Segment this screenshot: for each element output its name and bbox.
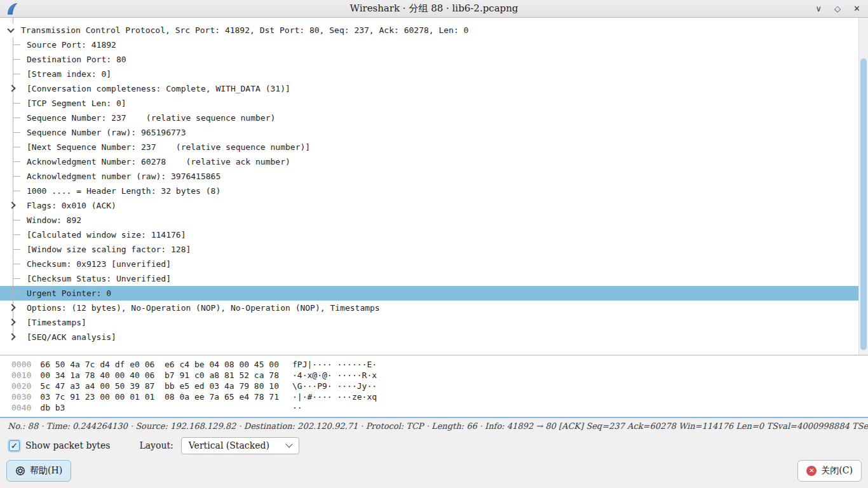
layout-dropdown[interactable]: Vertical (Stacked)	[181, 437, 299, 454]
hex-bytes: 00 34 1a 78 40 00 40 06 b7 91 c0 a8 81 5…	[40, 370, 279, 381]
tree-connector	[13, 147, 20, 147]
chevron-right-icon[interactable]	[8, 201, 15, 208]
minimize-icon[interactable]: ∨	[816, 0, 822, 18]
tree-row[interactable]: Urgent Pointer: 0	[0, 286, 858, 301]
window-controls: ∨ ◇ ✕	[816, 0, 860, 18]
tree-row-label: [Checksum Status: Unverified]	[27, 274, 171, 283]
title-bar: Wireshark · 分组 88 · lib6-2.pcapng ∨ ◇ ✕	[0, 0, 868, 18]
tree-row-label: Window: 892	[27, 215, 81, 225]
tree-connector	[13, 103, 20, 104]
close-window-icon[interactable]: ✕	[853, 0, 860, 18]
tree-row-label: [Window size scaling factor: 128]	[27, 245, 191, 254]
tree-row[interactable]: Acknowledgment Number: 60278 (relative a…	[0, 154, 858, 169]
tree-connector	[13, 176, 20, 177]
tree-connector	[13, 59, 20, 60]
layout-label: Layout:	[139, 440, 173, 451]
tree-connector	[13, 74, 20, 74]
chevron-right-icon[interactable]	[8, 85, 15, 92]
tree-row[interactable]: Source Port: 41892	[0, 37, 858, 52]
tree-row-label: [Calculated window size: 114176]	[27, 230, 186, 240]
close-button-label: 关闭(C)	[821, 465, 853, 477]
hex-row[interactable]: 0040db b3··	[0, 402, 868, 413]
tree-connector	[13, 132, 20, 133]
tree-row[interactable]: [Next Sequence Number: 237 (relative seq…	[0, 140, 858, 154]
packet-detail-tree: Transmission Control Protocol, Src Port:…	[0, 18, 858, 344]
close-dialog-button[interactable]: ✕ 关闭(C)	[797, 460, 862, 482]
packet-summary-line: No.: 88 · Time: 0.244264130 · Source: 19…	[0, 418, 868, 434]
dialog-controls: ✓ Show packet bytes Layout: Vertical (St…	[0, 434, 868, 457]
hex-row[interactable]: 000066 50 4a 7c d4 df e0 06 e6 c4 be 04 …	[0, 359, 868, 370]
tree-row[interactable]: Sequence Number (raw): 965196773	[0, 125, 858, 140]
hex-offset: 0020	[11, 381, 31, 391]
tree-row-label: [Conversation completeness: Complete, WI…	[27, 84, 290, 93]
scrollbar-thumb[interactable]	[860, 58, 867, 350]
maximize-icon[interactable]: ◇	[834, 0, 841, 18]
tree-row-label: [TCP Segment Len: 0]	[27, 98, 126, 108]
packet-detail-pane: Transmission Control Protocol, Src Port:…	[0, 18, 868, 355]
tree-connector	[13, 293, 20, 294]
hex-row[interactable]: 00205c 47 a3 a4 00 50 39 87 bb e5 ed 03 …	[0, 381, 868, 391]
tree-row[interactable]: Options: (12 bytes), No-Operation (NOP),…	[0, 301, 858, 315]
tree-row[interactable]: Flags: 0x010 (ACK)	[0, 198, 858, 213]
help-lifebuoy-icon	[15, 466, 25, 476]
hex-ascii: ·|·#···· ···ze·xq	[292, 391, 377, 402]
tree-row-label: Options: (12 bytes), No-Operation (NOP),…	[27, 303, 380, 313]
tree-row[interactable]: Transmission Control Protocol, Src Port:…	[0, 23, 858, 37]
tree-connector	[13, 278, 20, 279]
tree-row[interactable]: [Conversation completeness: Complete, WI…	[0, 81, 858, 96]
show-packet-bytes-label[interactable]: Show packet bytes	[25, 440, 110, 451]
tree-connector	[13, 249, 20, 250]
hex-bytes: db b3	[40, 402, 65, 413]
tree-row[interactable]: Window: 892	[0, 213, 858, 227]
layout-dropdown-value: Vertical (Stacked)	[189, 440, 269, 451]
hex-row[interactable]: 001000 34 1a 78 40 00 40 06 b7 91 c0 a8 …	[0, 370, 868, 381]
tree-row-label: Sequence Number (raw): 965196773	[27, 128, 186, 137]
hex-ascii: fPJ|···· ······E·	[292, 359, 377, 370]
hex-bytes: 03 7c 91 23 00 00 01 01 08 0a ee 7a 65 e…	[40, 391, 279, 402]
tree-connector	[13, 118, 20, 118]
hex-ascii: ·4·x@·@· ·····R·x	[292, 370, 377, 381]
tree-row[interactable]: Checksum: 0x9123 [unverified]	[0, 257, 858, 271]
tree-connector	[13, 234, 20, 235]
tree-connector	[13, 161, 20, 162]
chevron-down-icon	[285, 440, 292, 447]
hex-bytes: 5c 47 a3 a4 00 50 39 87 bb e5 ed 03 4a 7…	[40, 381, 279, 391]
tree-row-label: Sequence Number: 237 (relative sequence …	[27, 113, 275, 123]
tree-connector	[13, 264, 20, 264]
tree-row[interactable]: [Timestamps]	[0, 315, 858, 330]
tree-row[interactable]: Acknowledgment number (raw): 3976415865	[0, 169, 858, 184]
tree-row[interactable]: Destination Port: 80	[0, 52, 858, 67]
tree-connector	[13, 44, 20, 45]
tree-row[interactable]: Sequence Number: 237 (relative sequence …	[0, 111, 858, 125]
close-circle-icon: ✕	[806, 466, 817, 476]
tree-row[interactable]: [TCP Segment Len: 0]	[0, 96, 858, 111]
help-button[interactable]: 帮助(H)	[6, 460, 71, 482]
chevron-right-icon[interactable]	[8, 333, 15, 340]
help-button-label: 帮助(H)	[30, 465, 62, 477]
vertical-scrollbar[interactable]	[858, 18, 868, 355]
tree-row-label: Source Port: 41892	[27, 40, 116, 50]
hex-offset: 0040	[11, 402, 31, 413]
tree-row[interactable]: [Checksum Status: Unverified]	[0, 271, 858, 286]
tree-row[interactable]: [Stream index: 0]	[0, 67, 858, 81]
hex-offset: 0030	[11, 391, 31, 402]
tree-row[interactable]: [Window size scaling factor: 128]	[0, 242, 858, 257]
tree-connector	[13, 191, 20, 191]
tree-row-label: Urgent Pointer: 0	[27, 288, 111, 298]
tree-row[interactable]: [Calculated window size: 114176]	[0, 227, 858, 242]
chevron-right-icon[interactable]	[8, 304, 15, 311]
show-packet-bytes-checkbox[interactable]: ✓	[9, 440, 20, 451]
tree-row-label: Acknowledgment number (raw): 3976415865	[27, 172, 220, 181]
tree-row-label: [Timestamps]	[27, 318, 86, 327]
tree-row[interactable]: 1000 .... = Header Length: 32 bytes (8)	[0, 184, 858, 198]
hex-offset: 0000	[11, 359, 31, 370]
packet-bytes-pane: 000066 50 4a 7c d4 df e0 06 e6 c4 be 04 …	[0, 356, 868, 417]
tree-row[interactable]: [SEQ/ACK analysis]	[0, 330, 858, 344]
window-title: Wireshark · 分组 88 · lib6-2.pcapng	[0, 3, 868, 15]
hex-row[interactable]: 003003 7c 91 23 00 00 01 01 08 0a ee 7a …	[0, 391, 868, 402]
chevron-down-icon[interactable]	[7, 25, 14, 32]
tree-row-label: [SEQ/ACK analysis]	[27, 332, 116, 342]
hex-ascii: ··	[292, 402, 302, 413]
chevron-right-icon[interactable]	[8, 318, 15, 325]
tree-row-label: Acknowledgment Number: 60278 (relative a…	[27, 157, 290, 166]
